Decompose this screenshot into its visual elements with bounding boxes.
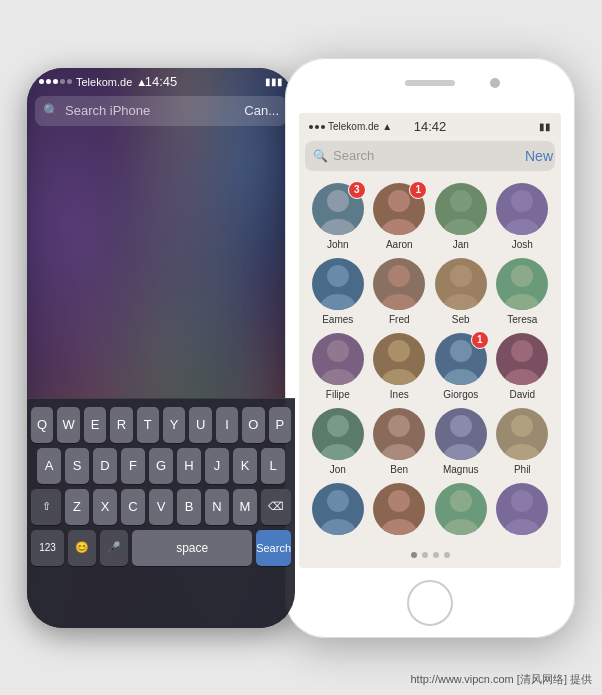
key-k[interactable]: K <box>233 448 257 484</box>
contact-item[interactable]: Teresa <box>494 258 552 325</box>
key-f[interactable]: F <box>121 448 145 484</box>
key-h[interactable]: H <box>177 448 201 484</box>
contact-name: Filipe <box>326 389 350 400</box>
key-p[interactable]: P <box>269 407 291 443</box>
svg-point-13 <box>327 265 349 287</box>
key-t[interactable]: T <box>137 407 159 443</box>
contact-item[interactable]: David <box>494 333 552 400</box>
avatar-container <box>312 408 364 460</box>
key-b[interactable]: B <box>177 489 201 525</box>
r-dot-2 <box>315 125 319 129</box>
key-i[interactable]: I <box>216 407 238 443</box>
key-u[interactable]: U <box>189 407 211 443</box>
avatar-container <box>435 408 487 460</box>
contact-name: Ben <box>390 464 408 475</box>
left-search-bar[interactable]: 🔍 Search iPhone Can... <box>35 96 287 126</box>
notification-badge: 1 <box>409 181 427 199</box>
contact-item[interactable]: Seb <box>432 258 490 325</box>
key-l[interactable]: L <box>261 448 285 484</box>
contact-item[interactable]: 1Aaron <box>371 183 429 250</box>
avatar-container <box>496 183 548 235</box>
avatar-container <box>373 333 425 385</box>
key-z[interactable]: Z <box>65 489 89 525</box>
right-search-bar[interactable]: 🔍 Search <box>305 141 555 171</box>
contact-item[interactable]: Josh <box>494 183 552 250</box>
key-a[interactable]: A <box>37 448 61 484</box>
contact-item[interactable]: Magnus <box>432 408 490 475</box>
key-row-1: Q W E R T Y U I O P <box>31 407 291 443</box>
key-o[interactable]: O <box>242 407 264 443</box>
key-shift[interactable]: ⇧ <box>31 489 61 525</box>
avatar-circle <box>435 258 487 310</box>
key-space[interactable]: space <box>132 530 252 566</box>
key-y[interactable]: Y <box>163 407 185 443</box>
cancel-button[interactable]: Can... <box>244 103 279 118</box>
contact-item[interactable]: Filipe <box>309 333 367 400</box>
key-q[interactable]: Q <box>31 407 53 443</box>
avatar-container <box>496 333 548 385</box>
avatar-container <box>312 483 364 535</box>
key-search[interactable]: Search <box>256 530 291 566</box>
contact-item[interactable]: Tobi <box>309 483 367 538</box>
contact-name: Aaron <box>386 239 413 250</box>
key-c[interactable]: C <box>121 489 145 525</box>
key-row-2: A S D F G H J K L <box>31 448 291 484</box>
svg-point-46 <box>511 415 533 437</box>
key-backspace[interactable]: ⌫ <box>261 489 291 525</box>
key-e[interactable]: E <box>84 407 106 443</box>
key-j[interactable]: J <box>205 448 229 484</box>
avatar-container <box>312 258 364 310</box>
key-numbers[interactable]: 123 <box>31 530 64 566</box>
right-search-icon: 🔍 <box>313 149 328 163</box>
signal-dot-4 <box>60 79 65 84</box>
contact-item[interactable]: Fred <box>371 258 429 325</box>
left-carrier-info: Telekom.de ▲ <box>39 76 147 88</box>
avatar-container <box>435 258 487 310</box>
home-button[interactable] <box>407 580 453 626</box>
svg-point-40 <box>388 415 410 437</box>
key-d[interactable]: D <box>93 448 117 484</box>
key-s[interactable]: S <box>65 448 89 484</box>
avatar-circle <box>312 408 364 460</box>
avatar-container <box>496 258 548 310</box>
key-m[interactable]: M <box>233 489 257 525</box>
key-r[interactable]: R <box>110 407 132 443</box>
avatar-circle <box>435 483 487 535</box>
svg-point-10 <box>511 190 533 212</box>
avatar-container <box>435 483 487 535</box>
speaker <box>405 80 455 86</box>
contact-name: David <box>509 389 535 400</box>
r-dot-1 <box>309 125 313 129</box>
contact-item[interactable]: Jannis <box>432 483 490 538</box>
contact-name: Phil <box>514 464 531 475</box>
contact-item[interactable]: 1Giorgos <box>432 333 490 400</box>
right-search-text: Search <box>333 148 374 163</box>
contact-item[interactable]: 3John <box>309 183 367 250</box>
contact-item[interactable]: Maria <box>494 483 552 538</box>
key-x[interactable]: X <box>93 489 117 525</box>
page-dot-2 <box>422 552 428 558</box>
key-emoji[interactable]: 😊 <box>68 530 96 566</box>
contact-item[interactable]: Jan <box>432 183 490 250</box>
avatar-circle <box>373 258 425 310</box>
signal-dot-5 <box>67 79 72 84</box>
svg-point-58 <box>511 490 533 512</box>
contacts-grid: 3John1AaronJanJoshEamesFredSebTeresaFili… <box>299 175 561 538</box>
key-mic[interactable]: 🎤 <box>100 530 128 566</box>
contact-item[interactable]: Phil <box>494 408 552 475</box>
new-button[interactable]: New <box>525 141 553 171</box>
contact-item[interactable]: Ines <box>371 333 429 400</box>
contact-item[interactable]: Jon <box>309 408 367 475</box>
contact-name: Josh <box>512 239 533 250</box>
avatar-circle <box>496 258 548 310</box>
left-phone: Telekom.de ▲ 14:45 ▮▮▮ 🔍 Search iPhone C… <box>27 68 295 628</box>
key-w[interactable]: W <box>57 407 79 443</box>
key-n[interactable]: N <box>205 489 229 525</box>
contact-item[interactable]: Eames <box>309 258 367 325</box>
contact-name: Ines <box>390 389 409 400</box>
contact-item[interactable]: Lea <box>371 483 429 538</box>
right-signal-dots <box>309 125 325 129</box>
key-v[interactable]: V <box>149 489 173 525</box>
key-g[interactable]: G <box>149 448 173 484</box>
contact-item[interactable]: Ben <box>371 408 429 475</box>
